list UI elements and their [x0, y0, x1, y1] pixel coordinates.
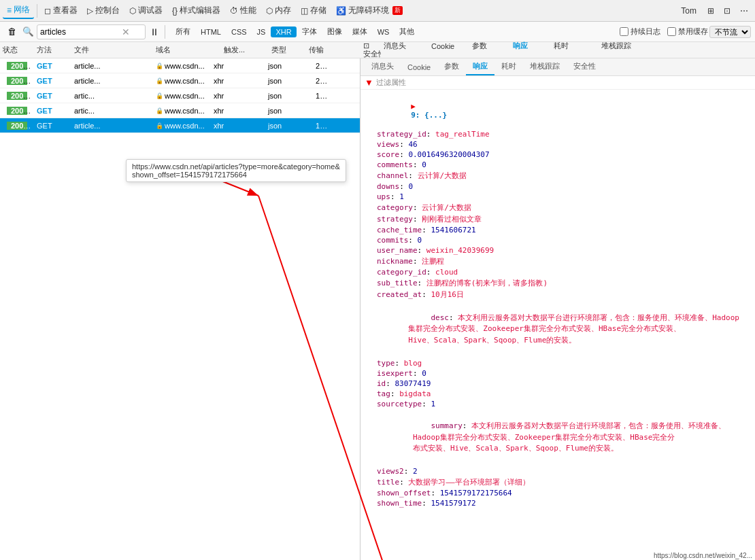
response-panel: 消息头 Cookie 参数 响应 耗时 堆栈跟踪 安全性 ▼ 过滤属性 ▶ 9:…	[360, 58, 755, 560]
row-status: 200	[0, 77, 34, 85]
row-file: article...	[71, 62, 153, 70]
row-trigger: xhr	[211, 92, 265, 100]
network-row[interactable]: 200 GET article... 🔒www.csdn... xhr json…	[0, 73, 360, 88]
tab-style-editor-label: 样式编辑器	[180, 5, 220, 16]
clear-requests-button[interactable]: 🗑	[4, 24, 19, 39]
dock-button[interactable]: ⊞	[703, 4, 718, 18]
tab-msgheader[interactable]: 消息头	[365, 58, 401, 75]
row-method: GET	[34, 77, 71, 85]
network-row[interactable]: 200 GET artic... 🔒www.csdn... xhr json	[0, 103, 360, 118]
tab-security[interactable]: 安全性	[567, 58, 603, 75]
json-field-nickname: nickname: 注鹏程	[377, 256, 750, 267]
throttle-select[interactable]: 不节流 H...	[709, 26, 751, 38]
filter-media[interactable]: 媒体	[348, 25, 372, 38]
filter-all[interactable]: 所有	[171, 25, 195, 38]
col-stack[interactable]: 堆栈跟踪	[599, 41, 643, 51]
row-file: article...	[71, 77, 153, 85]
row-domain: 🔒www.csdn...	[153, 122, 211, 130]
filter-js[interactable]: JS	[252, 27, 271, 37]
more-button[interactable]: ⋯	[736, 4, 752, 18]
tab-debugger-label: 调试器	[138, 5, 163, 16]
row-type: json	[265, 107, 313, 115]
col-cookie[interactable]: Cookie	[429, 42, 469, 50]
memory-icon: ⬡	[266, 6, 273, 16]
inspector-icon: ◻	[44, 6, 51, 16]
row-method: GET	[34, 92, 71, 100]
response-tabs: 消息头 Cookie 参数 响应 耗时 堆栈跟踪 安全性	[360, 58, 755, 76]
filter-font[interactable]: 字体	[297, 25, 322, 38]
col-params[interactable]: 参数	[469, 41, 510, 51]
col-type[interactable]: 类型	[269, 45, 306, 55]
json-field-strategy: strategy: 刚刚看过相似文章	[377, 213, 750, 225]
filter-css[interactable]: CSS	[227, 27, 252, 37]
col-file[interactable]: 文件	[71, 45, 153, 55]
json-field-shown_offset: shown_offset: 1541579172175664	[377, 488, 750, 498]
network-row[interactable]: 200 GET article... 🔒www.csdn... xhr json…	[0, 58, 360, 73]
tab-timing[interactable]: 耗时	[494, 58, 523, 75]
row-domain: 🔒www.csdn...	[153, 92, 211, 100]
tab-memory[interactable]: ⬡ 内存	[262, 3, 295, 18]
row-size: 10.64 KB	[313, 92, 333, 100]
tooltip-line1: https://www.csdn.net/api/articles?type=m…	[132, 162, 340, 171]
disable-cache-checkbox[interactable]	[667, 27, 676, 36]
pause-button[interactable]: ⏸	[147, 27, 162, 37]
row-domain: 🔒www.csdn...	[153, 77, 211, 85]
col-response[interactable]: 响应	[510, 41, 551, 51]
row-file: artic...	[71, 107, 153, 115]
json-field-downs: downs: 0	[377, 181, 750, 192]
filter-ws[interactable]: WS	[373, 27, 395, 37]
col-transfer[interactable]: 传输	[306, 45, 354, 55]
search-input[interactable]	[40, 27, 122, 37]
tab-cookie[interactable]: Cookie	[401, 60, 437, 75]
persist-log-label[interactable]: 持续日志	[620, 27, 660, 37]
filter-other[interactable]: 其他	[395, 25, 419, 38]
json-field-category: category: 云计算/大数据	[377, 202, 750, 213]
col-method[interactable]: 方法	[34, 45, 71, 55]
disable-cache-label[interactable]: 禁用缓存	[667, 27, 708, 37]
tab-params[interactable]: 参数	[437, 58, 466, 75]
tab-performance[interactable]: ⏱ 性能	[226, 3, 261, 18]
row-method: GET	[34, 62, 71, 70]
col-timing[interactable]: 耗时	[551, 41, 599, 51]
col-domain[interactable]: 域名	[153, 45, 221, 55]
filter-image[interactable]: 图像	[322, 25, 347, 38]
tab-inspector-label: 查看器	[53, 5, 78, 16]
json-field-title: title: 大数据学习——平台环境部署（详细）	[377, 476, 750, 488]
devtools-toolbar: ≡ 网络 ◻ 查看器 ▷ 控制台 ⬡ 调试器 {} 样式编辑器 ⏱ 性能 ⬡ 内…	[0, 0, 755, 22]
filter-html[interactable]: HTML	[196, 27, 226, 37]
tab-network[interactable]: ≡ 网络	[3, 2, 34, 19]
network-row[interactable]: 200 GET artic... 🔒www.csdn... xhr json 1…	[0, 88, 360, 103]
devtools-body: 200 GET article... 🔒www.csdn... xhr json…	[0, 58, 755, 560]
json-root[interactable]: ▶ 9: {...}	[366, 92, 750, 129]
tab-accessibility[interactable]: ♿ 无障碍环境 新	[332, 3, 407, 18]
col-status[interactable]: 状态	[0, 45, 34, 55]
col-security[interactable]: 安全性	[360, 49, 381, 59]
filter-xhr[interactable]: XHR	[271, 27, 296, 37]
network-row-selected[interactable]: 200 GET article... 🔒www.csdn... xhr json…	[0, 118, 360, 133]
row-status: 200	[0, 92, 34, 100]
tab-console[interactable]: ▷ 控制台	[83, 3, 124, 18]
json-field-isexpert: isexpert: 0	[377, 368, 750, 379]
search-box: ✕	[37, 24, 146, 39]
json-field-views2: views2: 2	[377, 466, 750, 476]
row-type: json	[265, 92, 313, 100]
filter-bar: 🗑 🔍 ✕ ⏸ 所有 HTML CSS JS XHR 字体 图像 媒体 WS 其…	[0, 22, 755, 42]
split-button[interactable]: ⊡	[720, 4, 735, 18]
json-field-user_name: user_name: weixin_42039699	[377, 245, 750, 256]
filter-types: 所有 HTML CSS JS XHR 字体 图像 媒体 WS 其他	[171, 25, 419, 38]
json-field-created_at: created_at: 10月16日	[377, 289, 750, 300]
tab-storage[interactable]: ◫ 存储	[297, 3, 331, 18]
col-msgheader[interactable]: 消息头	[381, 41, 429, 51]
search-filter-button[interactable]: 🔍	[20, 24, 35, 39]
accessibility-icon: ♿	[336, 6, 346, 16]
persist-log-checkbox[interactable]	[620, 27, 628, 36]
json-fields: strategy_id: tag_realTime views: 46 scor…	[366, 129, 750, 508]
tab-response[interactable]: 响应	[466, 58, 494, 75]
col-trigger[interactable]: 触发...	[221, 45, 269, 55]
tab-inspector[interactable]: ◻ 查看器	[40, 3, 82, 18]
tab-debugger[interactable]: ⬡ 调试器	[125, 3, 167, 18]
tab-style-editor[interactable]: {} 样式编辑器	[168, 3, 224, 18]
json-field-sourcetype: sourcetype: 1	[377, 399, 750, 409]
clear-search-icon[interactable]: ✕	[122, 27, 130, 37]
tab-stack[interactable]: 堆栈跟踪	[523, 58, 567, 75]
